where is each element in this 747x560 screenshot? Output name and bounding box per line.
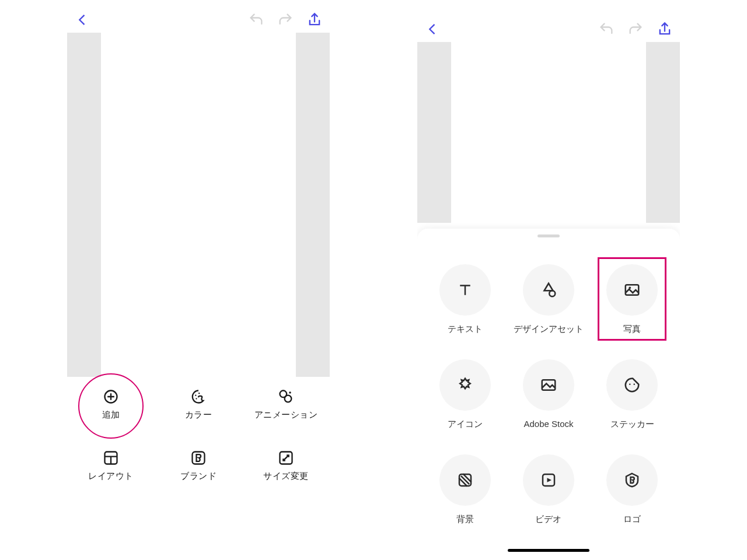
svg-point-10 — [549, 290, 555, 296]
current-page[interactable] — [101, 33, 296, 377]
svg-point-14 — [629, 384, 631, 386]
sheet-handle[interactable] — [537, 235, 560, 237]
layout-icon — [103, 450, 119, 466]
phone-left: 追加 カラー アニメーション レイアウト ブランド — [67, 7, 330, 555]
asset-sticker[interactable]: ステッカー — [594, 356, 670, 433]
burst-icon — [439, 359, 491, 411]
asset-icon[interactable]: アイコン — [427, 356, 503, 433]
asset-label: Adobe Stock — [523, 419, 573, 429]
tool-brand[interactable]: ブランド — [166, 450, 231, 482]
tool-layout[interactable]: レイアウト — [79, 450, 143, 482]
redo-icon[interactable] — [627, 21, 644, 37]
undo-icon[interactable] — [598, 21, 615, 37]
palette-icon — [190, 388, 207, 405]
asset-background[interactable]: 背景 — [427, 451, 503, 528]
highlight-circle — [78, 373, 144, 439]
asset-label: デザインアセット — [514, 324, 584, 335]
undo-icon[interactable] — [248, 12, 264, 28]
asset-grid: テキスト デザインアセット 写真 アイコン — [417, 249, 680, 528]
asset-label: テキスト — [448, 324, 483, 335]
tool-color[interactable]: カラー — [166, 388, 231, 421]
resize-icon — [278, 450, 294, 466]
svg-point-5 — [285, 396, 292, 402]
current-page[interactable] — [451, 42, 646, 223]
video-icon — [523, 454, 574, 506]
back-icon[interactable] — [424, 21, 441, 37]
add-sheet: テキスト デザインアセット 写真 アイコン — [417, 229, 680, 555]
logo-b-icon — [606, 454, 658, 506]
pattern-icon — [439, 454, 491, 506]
svg-point-6 — [289, 391, 291, 394]
brand-b-icon — [190, 450, 207, 466]
tool-label: カラー — [185, 410, 212, 421]
home-indicator — [508, 549, 589, 552]
svg-point-15 — [634, 384, 636, 386]
phone-right: テキスト デザインアセット 写真 アイコン — [417, 7, 680, 555]
tool-animation[interactable]: アニメーション — [254, 388, 318, 421]
asset-text[interactable]: テキスト — [427, 261, 503, 338]
svg-point-3 — [196, 398, 197, 399]
tool-resize[interactable]: サイズ変更 — [254, 450, 318, 482]
asset-stock[interactable]: Adobe Stock — [511, 356, 587, 433]
prev-page-sliver — [67, 33, 101, 377]
tool-label: サイズ変更 — [263, 471, 309, 482]
tool-label: アニメーション — [254, 410, 318, 421]
asset-label: アイコン — [448, 419, 483, 430]
asset-label: ステッカー — [610, 419, 654, 430]
plus-circle-icon — [103, 388, 119, 405]
share-icon[interactable] — [306, 12, 323, 28]
prev-page-sliver — [417, 42, 451, 223]
tool-add[interactable]: 追加 — [79, 388, 143, 421]
svg-point-12 — [629, 286, 631, 289]
photo-icon — [606, 264, 658, 316]
asset-logo[interactable]: ロゴ — [594, 451, 670, 528]
topbar — [67, 7, 330, 33]
svg-point-1 — [195, 395, 196, 396]
redo-icon[interactable] — [277, 12, 294, 28]
shapes-icon — [523, 264, 574, 316]
canvas-area[interactable] — [67, 33, 330, 377]
asset-photo[interactable]: 写真 — [594, 261, 670, 338]
tool-label: ブランド — [180, 471, 217, 482]
bottom-toolbar: 追加 カラー アニメーション レイアウト ブランド — [67, 377, 330, 494]
next-page-sliver — [296, 33, 330, 377]
asset-label: ビデオ — [535, 514, 561, 525]
asset-label: 写真 — [623, 324, 641, 335]
next-page-sliver — [646, 42, 680, 223]
svg-point-2 — [198, 393, 200, 394]
topbar — [417, 16, 680, 42]
asset-label: 背景 — [456, 514, 474, 525]
image-icon — [523, 359, 574, 411]
asset-video[interactable]: ビデオ — [511, 451, 587, 528]
back-icon[interactable] — [74, 12, 90, 28]
asset-label: ロゴ — [623, 514, 641, 525]
text-t-icon — [439, 264, 491, 316]
asset-design[interactable]: デザインアセット — [511, 261, 587, 338]
tool-label: レイアウト — [88, 471, 134, 482]
canvas-area[interactable] — [417, 42, 680, 223]
animation-icon — [278, 388, 294, 405]
tool-label: 追加 — [102, 410, 120, 421]
share-icon[interactable] — [657, 21, 673, 37]
sticker-icon — [606, 359, 658, 411]
